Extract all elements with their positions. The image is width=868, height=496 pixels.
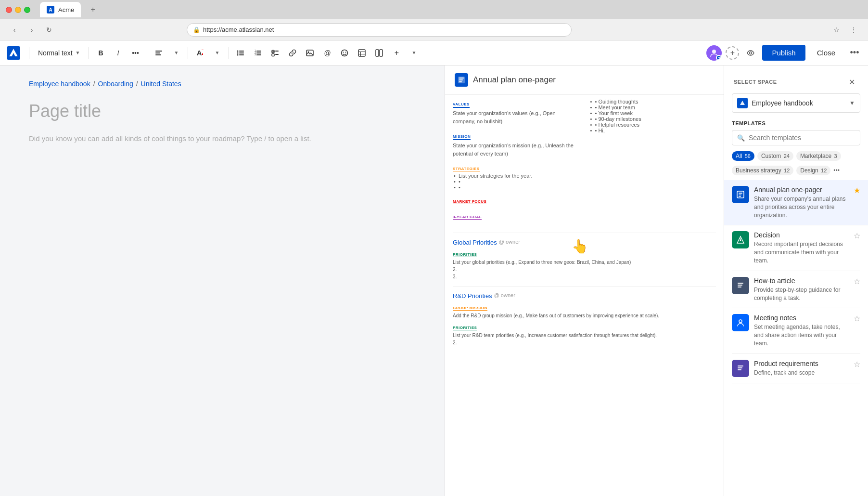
publish-btn[interactable]: Publish <box>762 45 805 61</box>
reload-btn[interactable]: ↻ <box>42 23 56 37</box>
filter-tab-custom[interactable]: Custom 24 <box>757 151 793 161</box>
address-bar[interactable]: 🔒 https://acme.atlassian.net <box>187 23 572 37</box>
rd-title: R&D Priorities <box>453 292 492 300</box>
toolbar-sep-1 <box>29 47 29 59</box>
template-info-meeting: Meeting notes Set meeting agendas, take … <box>754 314 849 347</box>
template-item-howto[interactable]: How-to article Provide step-by-step guid… <box>732 271 860 309</box>
select-space-section: Employee handbook ▼ <box>724 93 868 120</box>
search-icon: 🔍 <box>737 134 745 142</box>
align-chevron-btn[interactable]: ▼ <box>168 45 184 61</box>
template-item-decision[interactable]: Decision Record important project decisi… <box>732 225 860 271</box>
template-icon-annual <box>732 186 749 203</box>
more-format-btn[interactable]: ••• <box>128 45 143 61</box>
browser-more-btn[interactable]: ⋮ <box>847 23 860 37</box>
numbered-list-btn[interactable]: 1.2.3. <box>250 45 266 61</box>
bold-btn[interactable]: B <box>93 45 108 61</box>
template-desc-annual: Share your company's annual plans and pr… <box>754 195 849 219</box>
toolbar-right: + + Publish Close ••• <box>706 45 862 61</box>
layout-btn[interactable] <box>371 45 387 61</box>
star-btn[interactable]: ☆ <box>830 23 843 37</box>
template-icon-meeting <box>732 314 749 331</box>
template-item-requirements[interactable]: Product requirements Define, track and s… <box>732 354 860 383</box>
template-desc-howto: Provide step-by-step guidance for comple… <box>754 286 849 302</box>
template-desc-meeting: Set meeting agendas, take notes, and sha… <box>754 323 849 347</box>
color-chevron-btn[interactable]: ▼ <box>209 45 225 61</box>
italic-btn[interactable]: I <box>110 45 126 61</box>
browser-titlebar: A Acme + <box>0 0 868 19</box>
close-window-btn[interactable] <box>6 7 12 13</box>
template-info-annual: Annual plan one-pager Share your company… <box>754 186 849 219</box>
close-editor-btn[interactable]: Close <box>809 45 843 61</box>
insert-chevron-btn[interactable]: ▼ <box>406 45 421 61</box>
goal-label: 3-YEAR GOAL <box>453 215 482 220</box>
template-info-requirements: Product requirements Define, track and s… <box>754 360 849 377</box>
breadcrumb: Employee handbook / Onboarding / United … <box>29 80 416 88</box>
filter-tab-all[interactable]: All 56 <box>732 151 754 161</box>
text-style-label: Normal text <box>38 49 73 57</box>
template-star-meeting[interactable]: ☆ <box>854 314 860 323</box>
text-style-chevron-icon: ▼ <box>76 50 80 55</box>
page-title-input[interactable]: Page title <box>29 101 416 121</box>
app-logo[interactable] <box>6 45 21 61</box>
right-panel: SELECT SPACE ✕ Employee handbook ▼ TEMPL… <box>724 65 868 496</box>
market-label: MARKET FOCUS <box>453 199 486 204</box>
template-item-annual[interactable]: Annual plan one-pager Share your company… <box>724 180 868 225</box>
insert-btn[interactable]: + <box>389 45 404 61</box>
lock-icon: 🔒 <box>193 26 200 33</box>
space-dropdown[interactable]: Employee handbook ▼ <box>732 93 860 113</box>
close-panel-btn[interactable]: ✕ <box>845 75 858 89</box>
browser-addressbar: ‹ › ↻ 🔒 https://acme.atlassian.net ☆ ⋮ <box>0 19 868 40</box>
filter-tab-custom-label: Custom <box>761 153 781 159</box>
filter-tab-business[interactable]: Business strategy 12 <box>732 166 793 175</box>
preview-left-col: VALUES State your organization's values … <box>453 99 580 227</box>
svg-rect-19 <box>275 54 279 55</box>
tab-add-btn[interactable]: + <box>87 3 99 16</box>
template-star-requirements[interactable]: ☆ <box>854 360 860 369</box>
template-star-decision[interactable]: ☆ <box>854 231 860 240</box>
right-item-4: • 90-day milestones <box>589 116 716 122</box>
link-btn[interactable] <box>285 45 300 61</box>
watch-btn[interactable] <box>743 45 758 61</box>
app-toolbar: Normal text ▼ B I ••• ▼ A‾ ▼ 1.2.3. @ + … <box>0 40 868 65</box>
text-style-dropdown-btn[interactable]: Normal text ▼ <box>33 46 85 60</box>
filter-more-btn[interactable]: ••• <box>833 167 840 174</box>
svg-rect-39 <box>739 193 742 194</box>
svg-rect-7 <box>239 52 244 53</box>
table-btn[interactable] <box>354 45 370 61</box>
template-star-howto[interactable]: ☆ <box>854 277 860 286</box>
svg-rect-36 <box>459 79 463 80</box>
minimize-window-btn[interactable] <box>15 7 21 13</box>
browser-tab[interactable]: A Acme <box>40 2 81 17</box>
align-btn[interactable] <box>151 45 166 61</box>
text-color-btn[interactable]: A‾ <box>192 45 207 61</box>
task-list-btn[interactable] <box>268 45 283 61</box>
maximize-window-btn[interactable] <box>24 7 30 13</box>
search-templates-field[interactable]: 🔍 <box>732 130 860 145</box>
breadcrumb-item-handbook[interactable]: Employee handbook <box>29 80 90 88</box>
image-btn[interactable] <box>302 45 318 61</box>
add-collaborator-btn[interactable]: + <box>726 46 739 60</box>
back-btn[interactable]: ‹ <box>8 23 21 37</box>
template-item-meeting[interactable]: Meeting notes Set meeting agendas, take … <box>732 308 860 353</box>
filter-tab-marketplace[interactable]: Marketplace 3 <box>796 151 841 161</box>
template-info-howto: How-to article Provide step-by-step guid… <box>754 277 849 302</box>
space-name: Employee handbook <box>752 99 845 107</box>
breadcrumb-sep-1: / <box>93 80 95 88</box>
emoji-btn[interactable] <box>337 45 352 61</box>
template-star-annual[interactable]: ★ <box>854 186 860 195</box>
global-item-1: List your global priorities (e.g., Expan… <box>453 259 716 266</box>
mention-btn[interactable]: @ <box>319 45 335 61</box>
toolbar-more-btn[interactable]: ••• <box>847 45 862 61</box>
filter-tab-business-count: 12 <box>784 168 790 173</box>
template-icon-decision <box>732 231 749 248</box>
filter-tabs-row2: Business strategy 12 Design 12 ••• <box>732 166 860 175</box>
forward-btn[interactable]: › <box>25 23 38 37</box>
bullet-list-btn[interactable] <box>233 45 248 61</box>
filter-tab-design[interactable]: Design 12 <box>796 166 830 175</box>
svg-rect-30 <box>376 50 379 56</box>
search-templates-input[interactable] <box>749 134 855 142</box>
svg-rect-31 <box>380 50 383 56</box>
user-avatar[interactable]: + <box>706 45 722 61</box>
breadcrumb-item-us[interactable]: United States <box>141 80 181 88</box>
breadcrumb-item-onboarding[interactable]: Onboarding <box>98 80 133 88</box>
